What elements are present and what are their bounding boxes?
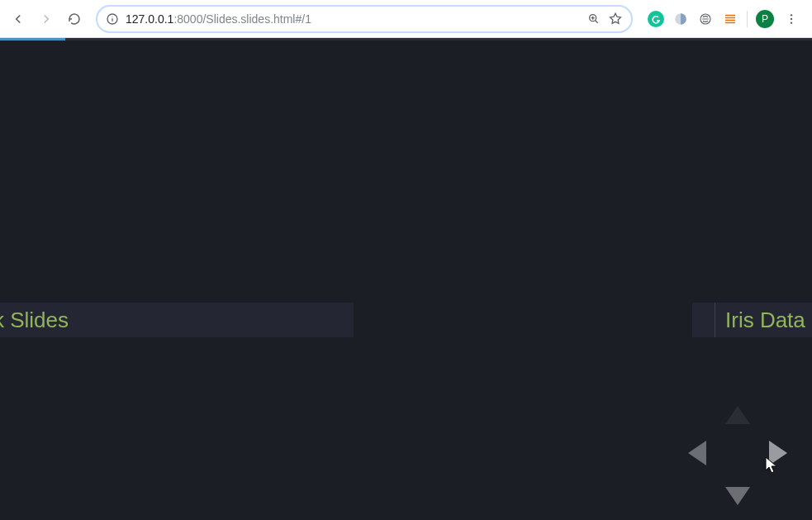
address-bar[interactable]: 127.0.0.1:8000/Slides.slides.html#/1 [96, 5, 633, 33]
previous-slide-peek[interactable]: k Slides [0, 303, 354, 337]
progress-bar [0, 38, 812, 41]
url-port: :8000 [173, 12, 202, 26]
svg-point-9 [791, 14, 792, 16]
svg-point-10 [791, 17, 792, 19]
arrow-right-icon [39, 12, 54, 26]
url-display: 127.0.0.1:8000/Slides.slides.html#/1 [126, 12, 580, 26]
chevron-up-icon [725, 406, 750, 424]
url-host: 127.0.0.1 [126, 12, 173, 26]
site-info-icon[interactable] [106, 12, 119, 26]
back-button[interactable] [7, 7, 30, 31]
chrome-menu-button[interactable] [782, 10, 800, 28]
next-slide-title: Iris Data [715, 308, 805, 333]
chevron-left-icon [688, 441, 706, 465]
bookmark-star-icon[interactable] [608, 12, 623, 26]
slide-cell-border [692, 303, 715, 337]
extension-icon-2[interactable] [672, 11, 689, 27]
nav-up-button [725, 406, 750, 424]
svg-point-11 [791, 21, 792, 23]
mouse-cursor [764, 456, 781, 472]
progress-fill [0, 38, 65, 41]
dots-vertical-icon [785, 12, 798, 26]
toolbar-divider [747, 11, 748, 27]
arrow-left-icon [11, 12, 26, 26]
previous-slide-title: k Slides [0, 308, 69, 333]
nav-left-button[interactable] [688, 441, 706, 465]
presentation-viewport: k Slides Iris Data [0, 38, 812, 520]
zoom-icon[interactable] [586, 12, 601, 26]
extension-icon-3[interactable] [697, 11, 714, 27]
chevron-down-icon [725, 487, 750, 505]
grammarly-extension-icon[interactable] [648, 11, 664, 27]
profile-avatar[interactable]: P [756, 10, 774, 28]
jupyter-extension-icon[interactable] [722, 11, 738, 27]
next-slide-peek[interactable]: Iris Data [692, 303, 812, 337]
extension-icons: P [643, 10, 805, 28]
reload-button[interactable] [63, 7, 86, 31]
url-path: /Slides.slides.html#/1 [202, 12, 311, 26]
svg-line-4 [596, 20, 598, 22]
nav-down-button[interactable] [725, 487, 750, 505]
forward-button [35, 7, 58, 31]
browser-toolbar: 127.0.0.1:8000/Slides.slides.html#/1 P [0, 0, 812, 38]
reload-icon [67, 12, 82, 26]
